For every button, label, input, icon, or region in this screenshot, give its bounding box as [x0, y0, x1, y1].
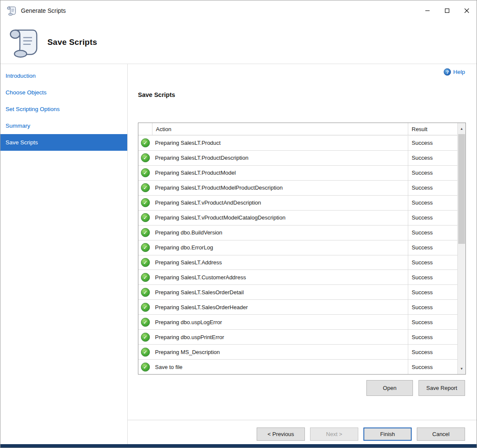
result-cell: Success [408, 255, 457, 270]
scrollbar-thumb[interactable] [458, 134, 465, 244]
main-panel: ? Help Save Scripts Action Result ✓Prepa… [127, 64, 477, 444]
results-table: Action Result ✓Preparing SalesLT.Product… [138, 123, 466, 375]
success-check-icon: ✓ [138, 345, 152, 359]
result-cell: Success [408, 181, 457, 195]
action-column-header: Action [152, 123, 408, 135]
result-cell: Success [408, 151, 457, 165]
sidebar-item-summary[interactable]: Summary [0, 117, 127, 134]
action-cell: Preparing dbo.BuildVersion [152, 225, 408, 240]
table-row[interactable]: ✓Preparing SalesLT.CustomerAddressSucces… [138, 270, 457, 285]
wizard-steps-nav: Introduction Choose Objects Set Scriptin… [0, 64, 127, 444]
save-report-button[interactable]: Save Report [418, 380, 465, 396]
success-check-icon: ✓ [138, 196, 152, 210]
scrollbar-track[interactable] [458, 134, 465, 363]
action-cell: Preparing SalesLT.ProductModel [152, 166, 408, 180]
section-title: Save Scripts [138, 91, 175, 98]
success-check-icon: ✓ [138, 151, 152, 165]
table-row[interactable]: ✓Preparing SalesLT.ProductSuccess [138, 136, 457, 151]
window-controls [418, 0, 477, 21]
table-row[interactable]: ✓Preparing SalesLT.SalesOrderHeaderSucce… [138, 300, 457, 315]
table-row[interactable]: ✓Preparing SalesLT.vProductAndDescriptio… [138, 196, 457, 211]
result-cell: Success [408, 345, 457, 359]
table-body: ✓Preparing SalesLT.ProductSuccess✓Prepar… [138, 136, 457, 374]
script-scroll-icon [6, 6, 17, 16]
scroll-up-icon[interactable]: ▲ [458, 123, 465, 134]
action-cell: Preparing SalesLT.vProductModelCatalogDe… [152, 211, 408, 225]
result-cell: Success [408, 240, 457, 255]
result-cell: Success [408, 330, 457, 344]
report-actions: Open Save Report [366, 380, 465, 396]
cancel-button[interactable]: Cancel [417, 428, 465, 441]
action-cell: Preparing SalesLT.vProductAndDescription [152, 196, 408, 210]
help-label: Help [453, 69, 465, 75]
action-cell: Preparing dbo.ErrorLog [152, 240, 408, 255]
wizard-body: Introduction Choose Objects Set Scriptin… [0, 64, 477, 444]
action-cell: Preparing dbo.uspLogError [152, 315, 408, 329]
table-row[interactable]: ✓Preparing SalesLT.ProductModelProductDe… [138, 181, 457, 196]
table-row[interactable]: ✓Preparing SalesLT.ProductModelSuccess [138, 166, 457, 181]
maximize-icon [445, 8, 450, 13]
minimize-icon [425, 8, 430, 13]
action-cell: Preparing MS_Description [152, 345, 408, 359]
success-check-icon: ✓ [138, 181, 152, 195]
action-cell: Preparing SalesLT.SalesOrderHeader [152, 300, 408, 314]
table-row[interactable]: ✓Preparing SalesLT.SalesOrderDetailSucce… [138, 285, 457, 300]
sidebar-item-save-scripts[interactable]: Save Scripts [0, 134, 127, 151]
table-row[interactable]: ✓Preparing SalesLT.AddressSuccess [138, 255, 457, 270]
wizard-navigation-buttons: < Previous Next > Finish Cancel [257, 428, 465, 441]
action-cell: Save to file [152, 360, 408, 374]
result-cell: Success [408, 166, 457, 180]
result-cell: Success [408, 211, 457, 225]
result-cell: Success [408, 315, 457, 329]
action-cell: Preparing SalesLT.CustomerAddress [152, 270, 408, 284]
help-link[interactable]: ? Help [444, 68, 465, 76]
footer-divider [128, 420, 477, 420]
sidebar-item-introduction[interactable]: Introduction [0, 67, 127, 84]
help-icon: ? [444, 68, 451, 76]
vertical-scrollbar[interactable]: ▲ ▼ [457, 123, 465, 374]
window-title: Generate Scripts [21, 7, 66, 14]
result-cell: Success [408, 196, 457, 210]
scroll-down-icon[interactable]: ▼ [458, 363, 465, 374]
success-check-icon: ✓ [138, 285, 152, 299]
success-check-icon: ✓ [138, 240, 152, 255]
success-check-icon: ✓ [138, 255, 152, 270]
table-header-row: Action Result [138, 123, 457, 135]
table-row[interactable]: ✓Save to fileSuccess [138, 360, 457, 374]
success-check-icon: ✓ [138, 330, 152, 344]
success-check-icon: ✓ [138, 270, 152, 284]
title-bar: Generate Scripts [0, 0, 477, 21]
result-cell: Success [408, 225, 457, 240]
action-cell: Preparing SalesLT.ProductDescription [152, 151, 408, 165]
sidebar-item-choose-objects[interactable]: Choose Objects [0, 84, 127, 101]
bottom-accent-strip [0, 444, 477, 448]
table-row[interactable]: ✓Preparing dbo.uspPrintErrorSuccess [138, 330, 457, 345]
close-icon [464, 8, 469, 13]
page-title: Save Scripts [47, 38, 97, 47]
minimize-button[interactable] [418, 0, 437, 21]
close-button[interactable] [457, 0, 477, 21]
success-check-icon: ✓ [138, 166, 152, 180]
success-check-icon: ✓ [138, 136, 152, 150]
open-button[interactable]: Open [366, 380, 413, 396]
generate-scripts-window: Generate Scripts Save Scripts [0, 0, 477, 448]
table-row[interactable]: ✓Preparing SalesLT.vProductModelCatalogD… [138, 211, 457, 225]
table-row[interactable]: ✓Preparing SalesLT.ProductDescriptionSuc… [138, 151, 457, 166]
sidebar-item-set-scripting-options[interactable]: Set Scripting Options [0, 101, 127, 117]
success-check-icon: ✓ [138, 225, 152, 240]
status-column-header [138, 123, 152, 135]
action-cell: Preparing SalesLT.Address [152, 255, 408, 270]
success-check-icon: ✓ [138, 300, 152, 314]
action-cell: Preparing SalesLT.SalesOrderDetail [152, 285, 408, 299]
table-row[interactable]: ✓Preparing dbo.ErrorLogSuccess [138, 240, 457, 255]
previous-button[interactable]: < Previous [257, 428, 305, 441]
finish-button[interactable]: Finish [363, 428, 412, 441]
maximize-button[interactable] [437, 0, 457, 21]
table-row[interactable]: ✓Preparing dbo.uspLogErrorSuccess [138, 315, 457, 330]
action-cell: Preparing SalesLT.ProductModelProductDes… [152, 181, 408, 195]
next-button[interactable]: Next > [310, 428, 358, 441]
table-row[interactable]: ✓Preparing MS_DescriptionSuccess [138, 345, 457, 360]
table-row[interactable]: ✓Preparing dbo.BuildVersionSuccess [138, 225, 457, 240]
success-check-icon: ✓ [138, 360, 152, 374]
result-cell: Success [408, 136, 457, 150]
